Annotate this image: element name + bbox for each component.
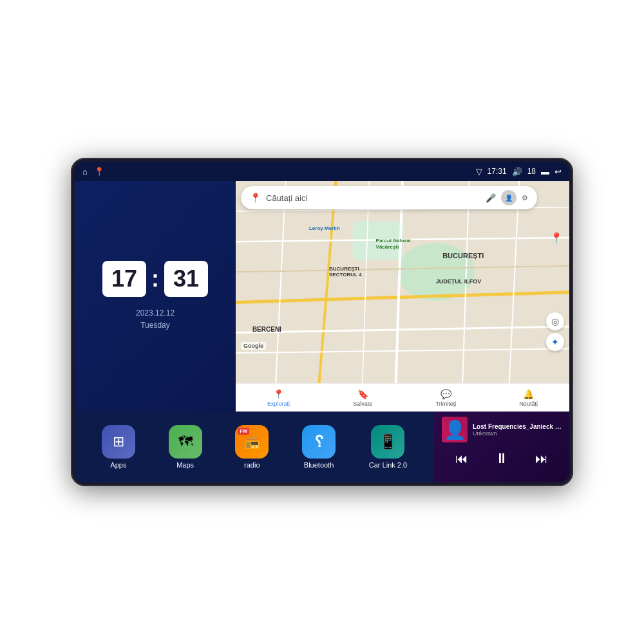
map-location-btn[interactable]: ◎: [546, 312, 564, 330]
home-icon[interactable]: ⌂: [82, 167, 88, 176]
trimiteti-label: Trimiteți: [436, 401, 457, 407]
map-nav-bar: 📍 Explorați 🔖 Salvate 💬 Trimiteți �: [236, 383, 569, 412]
map-search-bar[interactable]: 📍 Căutați aici 🎤 👤 ⚙: [241, 186, 537, 209]
clock-hours-block: 17: [102, 261, 146, 297]
map-mic-icon[interactable]: 🎤: [486, 193, 496, 203]
top-section: 17 : 31 2023.12.12 Tuesday: [75, 181, 569, 412]
clock-day: Tuesday: [136, 319, 175, 332]
map-user-avatar[interactable]: 👤: [501, 190, 516, 205]
music-play-button[interactable]: ⏸: [489, 448, 514, 469]
map-compass-btn[interactable]: ✦: [546, 333, 564, 351]
app-item-bluetooth[interactable]: ␦ Bluetooth: [302, 425, 336, 469]
map-label-parcul: Parcul Natural Văcărești: [376, 238, 421, 250]
volume-icon: 🔊: [512, 167, 522, 176]
maps-status-icon[interactable]: 📍: [94, 167, 104, 176]
road-network: [236, 181, 569, 383]
clock-date: 2023.12.12 Tuesday: [136, 307, 175, 332]
music-next-button[interactable]: ⏭: [530, 449, 553, 469]
map-tiles: TRAPEZULUI BUCUREȘTI JUDEȚUL ILFOV BERCE…: [236, 181, 569, 383]
clock-minutes-block: 31: [164, 261, 208, 297]
main-area: 17 : 31 2023.12.12 Tuesday: [75, 181, 569, 482]
map-label-sectorul4: BUCUREȘTISECTORUL 4: [329, 266, 361, 278]
app-item-carlink[interactable]: 📱 Car Link 2.0: [369, 425, 407, 469]
salvate-icon: 🔖: [357, 389, 368, 399]
bottom-section: ⊞ Apps 🗺 Maps 📻 FM: [75, 412, 569, 482]
music-thumb-img: 👤: [442, 417, 468, 442]
maps-icon: 🗺: [178, 433, 193, 450]
radio-icon: 📻: [244, 434, 260, 450]
map-settings-icon[interactable]: ⚙: [522, 194, 528, 202]
music-prev-button[interactable]: ⏮: [450, 449, 473, 469]
music-controls: ⏮ ⏸ ⏭: [442, 448, 562, 469]
map-nav-noutati[interactable]: 🔔 Noutăți: [519, 389, 538, 407]
map-label-ilfov: JUDEȚUL ILFOV: [436, 278, 481, 285]
volume-level: 18: [527, 167, 536, 176]
map-nav-explorati[interactable]: 📍 Explorați: [267, 389, 290, 407]
map-search-input[interactable]: Căutați aici: [266, 193, 480, 203]
app-item-apps[interactable]: ⊞ Apps: [102, 425, 135, 469]
radio-icon-box: 📻 FM: [235, 425, 269, 459]
map-google-brand: Google: [241, 342, 266, 350]
bluetooth-icon-box: ␦: [302, 425, 336, 459]
clock-colon: :: [151, 265, 159, 292]
maps-label: Maps: [176, 461, 194, 469]
signal-icon: ▽: [476, 167, 482, 176]
clock-date-value: 2023.12.12: [136, 307, 175, 319]
noutati-icon: 🔔: [523, 389, 534, 399]
map-label-berceni: BERCENI: [252, 326, 281, 333]
clock-minutes: 31: [173, 265, 199, 292]
device-body: ⌂ 📍 ▽ 17:31 🔊 18 ▬ ↩ 17: [71, 158, 573, 486]
device-screen: ⌂ 📍 ▽ 17:31 🔊 18 ▬ ↩ 17: [75, 162, 569, 482]
app-item-maps[interactable]: 🗺 Maps: [169, 425, 202, 469]
back-icon[interactable]: ↩: [554, 167, 562, 176]
explorati-label: Explorați: [267, 401, 290, 407]
status-time: 17:31: [488, 167, 507, 176]
map-controls: ◎ ✦: [546, 312, 564, 351]
explorati-icon: 📍: [273, 389, 284, 399]
carlink-icon: 📱: [379, 433, 397, 450]
map-nav-salvate[interactable]: 🔖 Salvate: [353, 389, 372, 407]
apps-label: Apps: [110, 461, 126, 469]
clock-hours: 17: [111, 265, 137, 292]
maps-icon-box: 🗺: [169, 425, 202, 459]
status-bar: ⌂ 📍 ▽ 17:31 🔊 18 ▬ ↩: [75, 162, 569, 181]
map-nav-trimiteti[interactable]: 💬 Trimiteți: [436, 389, 457, 407]
music-text: Lost Frequencies_Janieck Devy-... Unknow…: [473, 423, 562, 437]
map-label-leroy: Leroy Merlin: [309, 225, 340, 231]
carlink-icon-box: 📱: [371, 425, 404, 459]
map-pin-icon: 📍: [250, 193, 261, 203]
trimiteti-icon: 💬: [440, 389, 451, 399]
apps-icon: ⊞: [113, 433, 124, 450]
radio-label: radio: [244, 461, 260, 469]
bluetooth-icon: ␦: [313, 433, 325, 451]
map-label-bucuresti: BUCUREȘTI: [442, 252, 484, 260]
apps-section: ⊞ Apps 🗺 Maps 📻 FM: [75, 412, 434, 482]
status-right: ▽ 17:31 🔊 18 ▬ ↩: [476, 167, 562, 176]
bluetooth-label: Bluetooth: [304, 461, 334, 469]
noutati-label: Noutăți: [519, 401, 538, 407]
clock-display: 17 : 31: [102, 261, 208, 297]
music-title: Lost Frequencies_Janieck Devy-...: [473, 423, 562, 430]
app-item-radio[interactable]: 📻 FM radio: [235, 425, 269, 469]
music-thumbnail: 👤: [442, 417, 468, 442]
battery-icon: ▬: [541, 167, 549, 176]
map-red-pin: 📍: [550, 232, 563, 244]
clock-panel: 17 : 31 2023.12.12 Tuesday: [75, 181, 236, 412]
map-body: TRAPEZULUI BUCUREȘTI JUDEȚUL ILFOV BERCE…: [236, 181, 569, 383]
music-player: 👤 Lost Frequencies_Janieck Devy-... Unkn…: [434, 412, 569, 482]
map-panel[interactable]: 📍 Căutați aici 🎤 👤 ⚙: [236, 181, 569, 412]
carlink-label: Car Link 2.0: [369, 461, 407, 469]
apps-icon-box: ⊞: [102, 425, 135, 459]
music-info: 👤 Lost Frequencies_Janieck Devy-... Unkn…: [442, 417, 562, 442]
status-left: ⌂ 📍: [82, 167, 104, 176]
music-artist: Unknown: [473, 430, 562, 437]
radio-fm-badge: FM: [238, 428, 249, 435]
salvate-label: Salvate: [353, 401, 372, 407]
